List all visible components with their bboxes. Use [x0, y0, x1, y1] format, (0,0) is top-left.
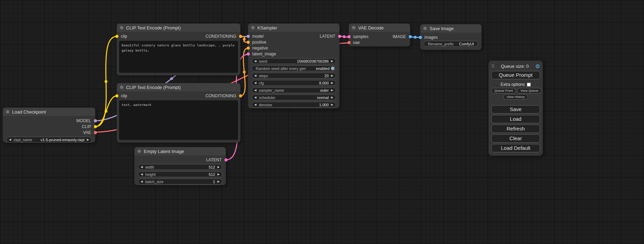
widget-name: width [145, 165, 154, 169]
widget-filename-prefix[interactable]: filename_prefix ComfyUI [424, 41, 478, 47]
link-midpoint-dot-checkpoint-clip-to-positive-clip[interactable] [105, 80, 107, 83]
input-label-clip: clip [121, 93, 127, 98]
decrement-arrow-icon[interactable]: ◀ [141, 180, 143, 183]
increment-arrow-icon[interactable]: ▶ [218, 166, 220, 169]
decrement-arrow-icon[interactable]: ◀ [254, 103, 256, 106]
input-slot-negative[interactable] [247, 46, 250, 49]
prompt-textarea[interactable]: beautiful scenery nature glass bottle la… [119, 41, 238, 73]
input-slot-clip[interactable] [115, 35, 118, 38]
widget-name: Random seed after every gen [256, 66, 306, 71]
widget-scheduler[interactable]: ◀ scheduler normal ▶ [252, 94, 336, 100]
node-ksampler[interactable]: KSampler model LATENT positive negative … [248, 24, 339, 108]
decrement-arrow-icon[interactable]: ◀ [141, 166, 143, 169]
output-label-latent: LATENT [320, 34, 335, 39]
node-empty-latent-image[interactable]: Empty Latent Image LATENT ◀ width 512 ▶ … [134, 147, 226, 185]
widget-ckpt-name[interactable]: ◀ ckpt_name v1-5-pruned-emaonly.ckpt ▶ [6, 137, 92, 143]
node-vae-decode[interactable]: VAE Decode samples IMAGE vae [349, 24, 410, 46]
view-history-button[interactable]: View History [503, 94, 528, 100]
widget-width[interactable]: ◀ width 512 ▶ [138, 164, 222, 170]
output-slot-conditioning[interactable] [239, 35, 242, 38]
widget-value: 512 [209, 165, 215, 169]
input-label-model: model [252, 34, 264, 39]
queue-prompt-button[interactable]: Queue Prompt [491, 71, 540, 79]
increment-arrow-icon[interactable]: ▶ [331, 103, 333, 106]
drag-handle-icon[interactable]: ⠿ [491, 64, 495, 69]
input-slot-clip[interactable] [115, 94, 118, 97]
input-slot-vae[interactable] [347, 41, 351, 44]
widget-value: 156680208700286 [297, 59, 329, 63]
increment-arrow-icon[interactable]: ▶ [331, 89, 333, 92]
extra-options-checkbox[interactable] [527, 83, 531, 87]
decrement-arrow-icon[interactable]: ◀ [254, 96, 256, 99]
link-midpoint-dot-vaedecode-image-to-saveimage-images[interactable] [414, 36, 417, 39]
decrement-arrow-icon[interactable]: ◀ [254, 60, 256, 63]
input-slot-latent-image[interactable] [247, 52, 250, 55]
increment-arrow-icon[interactable]: ▶ [87, 138, 89, 141]
link-midpoint-dot-negative-conditioning-to-ksampler-negative[interactable] [243, 71, 246, 73]
link-midpoint-dot-checkpoint-clip-to-negative-clip[interactable] [105, 110, 107, 113]
view-queue-button[interactable]: View Queue [517, 88, 541, 93]
widget-seed[interactable]: ◀ seed 156680208700286 ▶ [252, 58, 336, 64]
output-slot-clip[interactable] [94, 125, 97, 128]
decrement-arrow-icon[interactable]: ◀ [254, 89, 256, 92]
node-graph-canvas[interactable]: Load Checkpoint MODEL CLIP VAE ◀ ckpt_na… [0, 0, 644, 244]
node-clip-text-encode-negative[interactable]: CLIP Text Encode (Prompt) clip CONDITION… [117, 83, 240, 143]
input-slot-images[interactable] [419, 36, 422, 39]
link-midpoint-dot-ksampler-latent-to-vaedecode-samples[interactable] [343, 35, 346, 38]
link-midpoint-dot-checkpoint-model-to-ksampler-model[interactable] [170, 77, 173, 80]
node-header[interactable]: VAE Decode [349, 24, 410, 32]
comfy-menu-panel[interactable]: ⠿ Queue size: 0 ⚙ Queue Prompt Extra opt… [488, 61, 543, 156]
widget-steps[interactable]: ◀ steps 20 ▶ [252, 73, 336, 79]
increment-arrow-icon[interactable]: ▶ [218, 180, 220, 183]
output-slot-latent[interactable] [338, 35, 341, 38]
widget-denoise[interactable]: ◀ denoise 1.000 ▶ [252, 102, 336, 108]
toggle-knob[interactable] [331, 66, 335, 70]
node-header[interactable]: Save Image [420, 24, 482, 33]
load-default-button[interactable]: Load Default [491, 144, 540, 152]
widget-random-seed-toggle[interactable]: Random seed after every gen enabled [252, 65, 336, 71]
node-header[interactable]: Empty Latent Image [134, 147, 226, 155]
output-label-vae: VAE [83, 130, 91, 135]
load-button[interactable]: Load [491, 115, 540, 123]
queue-front-button[interactable]: Queue Front [491, 88, 516, 93]
clear-button[interactable]: Clear [491, 134, 540, 143]
save-button[interactable]: Save [491, 105, 540, 114]
decrement-arrow-icon[interactable]: ◀ [254, 82, 256, 84]
output-slot-vae[interactable] [94, 131, 97, 134]
node-status-dot [423, 27, 427, 30]
node-status-dot [120, 26, 123, 29]
decrement-arrow-icon[interactable]: ◀ [254, 74, 256, 77]
node-header[interactable]: KSampler [248, 24, 339, 32]
output-slot-latent[interactable] [224, 158, 228, 161]
node-header[interactable]: CLIP Text Encode (Prompt) [117, 24, 240, 32]
increment-arrow-icon[interactable]: ▶ [331, 74, 333, 77]
settings-gear-icon[interactable]: ⚙ [535, 63, 540, 70]
slot-row: vae [349, 39, 410, 45]
widget-height[interactable]: ◀ height 512 ▶ [138, 171, 222, 177]
increment-arrow-icon[interactable]: ▶ [331, 96, 333, 99]
increment-arrow-icon[interactable]: ▶ [331, 82, 333, 84]
output-slot-model[interactable] [94, 119, 97, 122]
increment-arrow-icon[interactable]: ▶ [218, 173, 220, 176]
node-header[interactable]: CLIP Text Encode (Prompt) [117, 83, 240, 91]
widget-name: height [145, 172, 156, 177]
prompt-textarea[interactable]: text, watermark [119, 100, 238, 140]
output-slot-conditioning[interactable] [239, 94, 242, 97]
input-slot-model[interactable] [247, 35, 250, 38]
decrement-arrow-icon[interactable]: ◀ [141, 173, 143, 176]
node-save-image[interactable]: Save Image images filename_prefix ComfyU… [420, 24, 482, 50]
node-header[interactable]: Load Checkpoint [3, 108, 95, 116]
refresh-button[interactable]: Refresh [491, 125, 540, 133]
node-load-checkpoint[interactable]: Load Checkpoint MODEL CLIP VAE ◀ ckpt_na… [3, 108, 95, 143]
decrement-arrow-icon[interactable]: ◀ [9, 138, 11, 141]
spacer [491, 100, 540, 104]
widget-sampler-name[interactable]: ◀ sampler_name euler ▶ [252, 87, 336, 93]
widget-batch-size[interactable]: ◀ batch_size 1 ▶ [138, 179, 222, 184]
input-slot-samples[interactable] [347, 35, 351, 38]
node-clip-text-encode-positive[interactable]: CLIP Text Encode (Prompt) clip CONDITION… [117, 24, 240, 75]
input-slot-positive[interactable] [247, 40, 250, 44]
increment-arrow-icon[interactable]: ▶ [331, 60, 333, 63]
widget-cfg[interactable]: ◀ cfg 8.000 ▶ [252, 80, 336, 86]
link-midpoint-dot-positive-conditioning-to-ksampler-positive[interactable] [243, 38, 246, 41]
output-slot-image[interactable] [409, 35, 412, 38]
